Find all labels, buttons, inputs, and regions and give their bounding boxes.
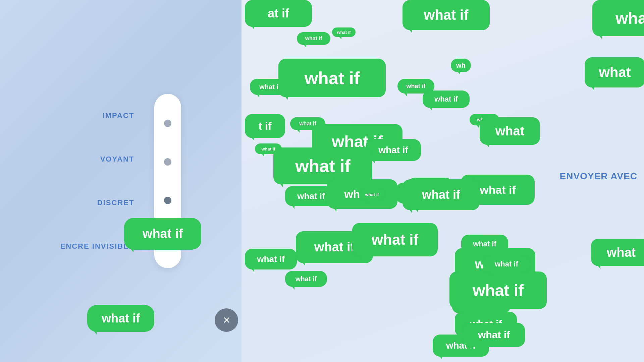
chat-bubble-b36: what	[480, 117, 540, 145]
preview-bubble: what if	[87, 305, 154, 332]
chat-bubble-b27: what if	[245, 249, 297, 269]
chat-bubble-b41: what if	[285, 271, 327, 287]
chat-bubble-b3: what if	[332, 27, 356, 37]
label-item-discret: DISCRET	[97, 181, 135, 225]
chat-bubble-b29: what if	[402, 179, 480, 210]
chat-bubble-b9: t if	[245, 114, 285, 138]
label-text-voyant: VOYANT	[100, 155, 135, 164]
label-text-encre-invisible: ENCRE INVISIBLE	[60, 242, 135, 251]
label-item-encre-invisible: ENCRE INVISIBLE	[60, 225, 135, 268]
chat-bubble-b26: what if	[352, 223, 438, 256]
chat-bubble-preview-left: what if	[124, 218, 201, 250]
chat-bubble-b1: at if	[245, 0, 312, 27]
envoyer-avec-text: ENVOYER AVEC	[560, 171, 644, 182]
label-item-impact: IMPACT	[103, 94, 135, 137]
chat-bubble-b34: wh	[451, 59, 471, 72]
chat-bubble-b12: what if	[366, 139, 421, 161]
chat-bubble-b8: what if	[423, 90, 470, 108]
chat-bubble-b6: what if	[278, 59, 386, 97]
label-text-discret: DISCRET	[97, 198, 135, 207]
chat-bubble-b21: what if	[359, 189, 385, 199]
chat-bubble-b33: what	[585, 57, 644, 87]
chat-bubble-b15: what if	[273, 147, 372, 184]
chat-bubble-b43: what if	[463, 323, 525, 347]
label-item-voyant: VOYANT	[100, 137, 135, 181]
chat-bubble-b42: what	[591, 239, 644, 266]
close-icon: ✕	[223, 315, 230, 326]
slider-dot-impact[interactable]	[164, 120, 171, 127]
chat-bubble-b2: what if	[402, 0, 490, 30]
label-text-impact: IMPACT	[103, 111, 135, 120]
labels-column: IMPACTVOYANTDISCRETENCRE INVISIBLE	[60, 94, 135, 268]
slider-dot-discret[interactable]	[164, 197, 171, 204]
chat-bubble-b37: what if	[592, 0, 644, 36]
close-button[interactable]: ✕	[215, 308, 238, 332]
chat-bubble-b4: what if	[297, 32, 330, 45]
chat-bubble-b38: what if	[483, 255, 530, 274]
slider-dot-voyant[interactable]	[164, 158, 171, 166]
preview-message-bubble: what if	[87, 305, 154, 332]
chat-bubble-b32: what if	[449, 272, 547, 309]
